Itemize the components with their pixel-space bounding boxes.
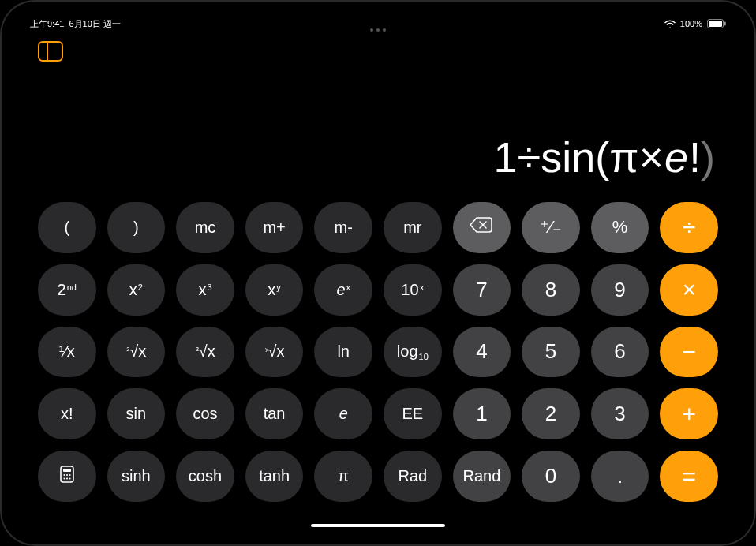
- key-minus[interactable]: −: [660, 327, 718, 378]
- key-plus-minus[interactable]: ⁺∕₋: [522, 202, 580, 253]
- key-yroot[interactable]: ʸ√x: [245, 327, 304, 378]
- key-right-paren[interactable]: ): [107, 202, 166, 253]
- key-m-plus[interactable]: m+: [245, 202, 304, 253]
- key-divide[interactable]: ÷: [660, 202, 718, 253]
- key-4[interactable]: 4: [453, 327, 511, 378]
- key-pi[interactable]: π: [314, 451, 372, 502]
- svg-point-9: [66, 477, 68, 479]
- key-5[interactable]: 5: [522, 327, 580, 378]
- svg-point-8: [63, 477, 65, 479]
- key-log10[interactable]: log10: [384, 327, 442, 378]
- key-decimal[interactable]: .: [591, 451, 649, 502]
- key-tan[interactable]: tan: [245, 388, 304, 439]
- status-left: 上午9:41 6月10日 週一: [30, 18, 121, 30]
- status-bar: 上午9:41 6月10日 週一 100%: [14, 14, 742, 33]
- display-expression: 1÷sin(π×e!): [493, 133, 715, 181]
- battery-icon: [707, 19, 726, 28]
- key-0[interactable]: 0: [522, 451, 580, 502]
- svg-rect-1: [709, 21, 722, 27]
- multitask-dots[interactable]: [370, 28, 386, 32]
- key-10-power-x[interactable]: 10x: [384, 264, 442, 316]
- key-plus[interactable]: +: [660, 388, 718, 439]
- key-6[interactable]: 6: [591, 327, 649, 378]
- key-percent[interactable]: %: [591, 202, 649, 253]
- key-backspace[interactable]: [453, 202, 511, 253]
- key-cbrt[interactable]: ³√x: [176, 327, 234, 378]
- display-seg-1: 1÷sin(π×: [493, 133, 663, 181]
- key-mc[interactable]: mc: [176, 202, 234, 253]
- key-7[interactable]: 7: [453, 264, 511, 316]
- key-3[interactable]: 3: [591, 388, 649, 439]
- status-date: 6月10日 週一: [69, 18, 120, 30]
- display-seg-3: !: [689, 133, 701, 181]
- key-left-paren[interactable]: (: [38, 202, 96, 253]
- key-m-minus[interactable]: m-: [314, 202, 372, 253]
- key-tanh[interactable]: tanh: [245, 451, 304, 502]
- key-multiply[interactable]: ×: [660, 264, 718, 316]
- key-cosh[interactable]: cosh: [176, 451, 234, 502]
- key-rad[interactable]: Rad: [384, 451, 442, 502]
- display-seg-e: e: [664, 133, 689, 181]
- battery-percent: 100%: [680, 19, 702, 28]
- status-right: 100%: [664, 19, 726, 28]
- key-x-power-y[interactable]: xy: [245, 264, 304, 316]
- key-equals[interactable]: =: [660, 451, 718, 502]
- ipad-device-frame: 上午9:41 6月10日 週一 100% 1÷sin(π×e!): [0, 0, 756, 546]
- home-indicator[interactable]: [311, 524, 445, 527]
- key-calc-mode[interactable]: [38, 451, 96, 502]
- key-sqrt[interactable]: ²√x: [107, 327, 166, 378]
- key-ee[interactable]: EE: [384, 388, 442, 439]
- display-seg-close: ): [701, 133, 715, 181]
- key-8[interactable]: 8: [522, 264, 580, 316]
- key-sinh[interactable]: sinh: [107, 451, 166, 502]
- status-time: 上午9:41: [30, 18, 64, 30]
- svg-point-7: [69, 474, 70, 476]
- key-e[interactable]: e: [314, 388, 372, 439]
- key-cos[interactable]: cos: [176, 388, 234, 439]
- key-ln[interactable]: ln: [314, 327, 372, 378]
- key-2[interactable]: 2: [522, 388, 580, 439]
- screen: 上午9:41 6月10日 週一 100% 1÷sin(π×e!): [14, 14, 742, 532]
- key-2nd[interactable]: 2nd: [38, 264, 96, 316]
- key-9[interactable]: 9: [591, 264, 649, 316]
- key-x-cubed[interactable]: x3: [176, 264, 234, 316]
- backspace-icon: [470, 217, 493, 237]
- panel-toggle-icon[interactable]: [38, 41, 63, 62]
- svg-point-10: [69, 477, 70, 479]
- key-1[interactable]: 1: [453, 388, 511, 439]
- svg-rect-2: [724, 22, 726, 26]
- key-factorial[interactable]: x!: [38, 388, 96, 439]
- key-rand[interactable]: Rand: [453, 451, 511, 502]
- wifi-icon: [664, 20, 676, 28]
- key-x-squared[interactable]: x2: [107, 264, 166, 316]
- svg-point-5: [63, 474, 65, 476]
- calculator-mode-icon: [58, 465, 77, 488]
- key-reciprocal[interactable]: ¹∕x: [38, 327, 96, 378]
- svg-point-6: [66, 474, 68, 476]
- key-sin[interactable]: sin: [107, 388, 166, 439]
- keypad: ( ) mc m+ m- mr ⁺∕₋ % ÷ 2nd x2 x3 xy ex …: [14, 194, 742, 532]
- key-mr[interactable]: mr: [384, 202, 442, 253]
- key-e-power-x[interactable]: ex: [314, 264, 372, 316]
- svg-rect-4: [63, 469, 71, 472]
- calc-display: 1÷sin(π×e!): [14, 33, 742, 194]
